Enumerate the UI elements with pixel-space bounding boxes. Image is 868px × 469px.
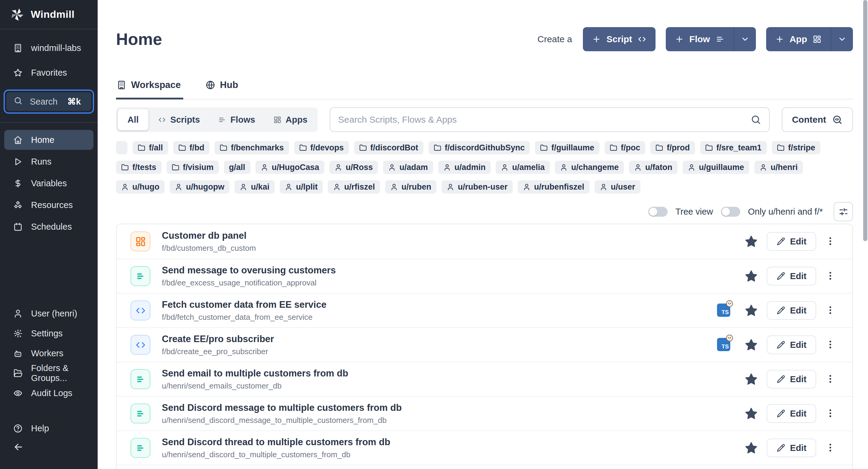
sidebar-item-windmill-labs[interactable]: windmill-labs [0,38,98,58]
item-menu-kebab-button[interactable] [825,442,835,454]
item-row-send-discord-thread-to-multiple-customers-from-db[interactable]: Send Discord thread to multiple customer… [117,430,852,465]
sidebar: Windmill windmill-labsFavorites Search ⌘… [0,0,98,469]
sidebar-search-button[interactable]: Search ⌘k [4,90,94,114]
item-row-send-email-to-multiple-customers-from-db[interactable]: Send email to multiple customers from db… [117,362,852,396]
items-search-box[interactable] [330,107,770,132]
filter-chip-u-changeme[interactable]: u/changeme [555,161,624,174]
filter-chip-u-hugopw[interactable]: u/hugopw [170,180,229,193]
edit-button[interactable]: Edit [767,370,816,388]
content-search-button[interactable]: Content [782,107,853,132]
filter-chip-f-guillaume[interactable]: f/guillaume [535,141,599,154]
filter-chip-f-prod[interactable]: f/prod [650,141,695,154]
item-menu-kebab-button[interactable] [825,236,835,247]
filter-chip-f-bd[interactable]: f/bd [173,141,210,154]
item-menu-kebab-button[interactable] [825,271,835,282]
list-options-button[interactable] [834,202,853,221]
sidebar-item-audit-logs[interactable]: Audit Logs [0,384,98,402]
create-app-button[interactable]: App [766,27,853,51]
edit-button[interactable]: Edit [767,439,816,457]
sidebar-item-home[interactable]: Home [4,130,93,150]
item-row-send-discord-message-to-multiple-customers-from-db[interactable]: Send Discord message to multiple custome… [117,396,852,430]
items-search-input[interactable] [338,115,750,125]
favorite-star-button[interactable] [744,338,758,352]
favorite-star-button[interactable] [744,407,758,421]
sidebar-item-help[interactable]: Help [0,419,98,438]
filter-chip-f-sre-team1[interactable]: f/sre_team1 [700,141,767,154]
sidebar-item-folders-groups[interactable]: Folders & Groups... [0,364,98,382]
segment-scripts[interactable]: Scripts [150,109,208,130]
edit-button[interactable]: Edit [767,336,816,354]
filter-chip-u-hugo[interactable]: u/hugo [116,180,164,193]
edit-button[interactable]: Edit [767,232,816,251]
filter-chip-blank[interactable] [116,141,127,154]
filter-chip-g-all[interactable]: g/all [224,161,250,174]
sidebar-item-user-henri[interactable]: User (henri) [0,304,98,323]
filter-chip-u-adam[interactable]: u/adam [383,161,433,174]
create-flow-button[interactable]: Flow [666,27,755,51]
filter-chip-u-ross[interactable]: u/Ross [330,161,378,174]
filter-chip-f-tests[interactable]: f/tests [116,161,161,174]
item-row-fetch-customer-data-from-ee-service[interactable]: Fetch customer data from EE servicef/bd/… [117,293,852,327]
sidebar-item-workers[interactable]: Workers [0,344,98,363]
favorite-star-button[interactable] [744,441,758,455]
filter-chip-f-visium[interactable]: f/visium [167,161,219,174]
filter-chip-u-amelia[interactable]: u/amelia [496,161,550,174]
filter-chip-f-stripe[interactable]: f/stripe [772,141,820,154]
filter-chip-f-benchmarks[interactable]: f/benchmarks [215,141,289,154]
item-row-create-ee-pro-subscriber[interactable]: Create EE/pro subscriberf/bd/create_ee_p… [117,327,852,362]
create-prefix-label: Create a [537,34,572,44]
item-menu-kebab-button[interactable] [825,408,835,419]
segment-apps[interactable]: Apps [265,109,316,130]
filter-chip-u-admin[interactable]: u/admin [438,161,491,174]
sidebar-item-favorites[interactable]: Favorites [0,63,98,82]
filter-chip-u-rfiszel[interactable]: u/rfiszel [328,180,380,193]
filter-chip-f-discordbot[interactable]: f/discordBot [354,141,424,154]
filter-chip-f-all[interactable]: f/all [133,141,168,154]
item-row-send-message-to-overusing-customers[interactable]: Send message to overusing customersf/bd/… [117,259,852,293]
favorite-star-button[interactable] [744,269,758,283]
tab-hub[interactable]: Hub [205,74,241,99]
edit-button[interactable]: Edit [767,267,816,285]
filter-chip-u-kai[interactable]: u/kai [235,180,275,193]
filter-chip-f-discordgithubsync[interactable]: f/discordGithubSync [429,141,530,154]
sidebar-collapse-button[interactable] [0,439,98,456]
filter-chip-u-faton[interactable]: u/faton [629,161,678,174]
edit-button-label: Edit [790,237,807,247]
create-flow-dropdown-button[interactable] [734,27,756,51]
edit-button[interactable]: Edit [767,404,816,423]
sidebar-item-schedules[interactable]: Schedules [4,217,93,237]
app-logo[interactable]: Windmill [0,0,98,29]
filter-chip-u-user[interactable]: u/user [595,180,641,193]
sidebar-item-variables[interactable]: Variables [4,173,93,193]
ts-badge-label: TS [721,343,729,350]
tree-view-toggle[interactable] [648,207,668,217]
only-mine-toggle[interactable] [721,207,740,217]
filter-chip-u-guillaume[interactable]: u/guillaume [683,161,749,174]
create-app-dropdown-button[interactable] [831,27,853,51]
segment-flows[interactable]: Flows [210,109,264,130]
scrollbar-thumb[interactable] [863,0,867,241]
filter-chip-u-ruben-user[interactable]: u/ruben-user [441,180,513,193]
item-menu-kebab-button[interactable] [825,374,835,385]
create-script-button[interactable]: Script [583,27,655,51]
favorite-star-button[interactable] [744,372,758,386]
sidebar-item-resources[interactable]: Resources [4,195,93,215]
filter-chip-u-lplit[interactable]: u/lplit [280,180,323,193]
item-row-customer-db-panel[interactable]: Customer db panelf/bd/customers_db_custo… [117,224,852,259]
favorite-star-button[interactable] [744,304,758,318]
filter-chip-u-henri[interactable]: u/henri [754,161,803,174]
globe-icon [206,80,215,90]
sidebar-item-settings[interactable]: Settings [0,324,98,343]
filter-chip-u-rubenfiszel[interactable]: u/rubenfiszel [518,180,590,193]
filter-chip-f-devops[interactable]: f/devops [294,141,349,154]
filter-chip-u-hugocasa[interactable]: u/HugoCasa [255,161,324,174]
segment-all[interactable]: All [118,109,148,130]
tab-workspace[interactable]: Workspace [116,74,183,99]
filter-chip-u-ruben[interactable]: u/ruben [385,180,436,193]
favorite-star-button[interactable] [744,234,758,249]
edit-button[interactable]: Edit [767,301,816,320]
sidebar-item-runs[interactable]: Runs [4,152,93,171]
filter-chip-f-poc[interactable]: f/poc [604,141,646,154]
item-menu-kebab-button[interactable] [825,305,835,316]
item-menu-kebab-button[interactable] [825,339,835,350]
